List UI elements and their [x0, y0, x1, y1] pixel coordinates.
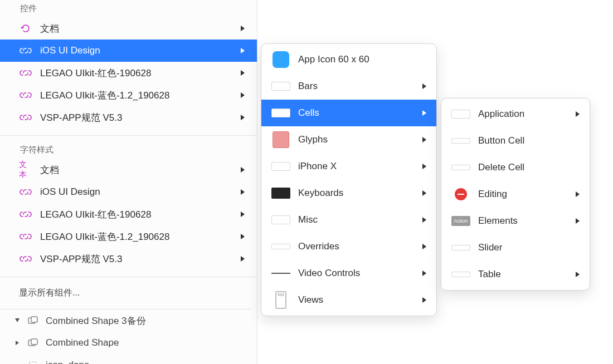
thumbnail-icon: [271, 105, 290, 121]
sidebar-item-label: LEGAO UIkit-蓝色-1.2_190628: [40, 230, 240, 243]
sidebar-item-label: LEGAO UIkit-红色-190628: [40, 67, 240, 80]
layer-row[interactable]: Combined Shape 3备份: [0, 309, 251, 332]
divider: [0, 135, 257, 136]
thumbnail-icon: [451, 160, 470, 175]
sidebar-item-legao-blue[interactable]: LEGAO UIkit-蓝色-1.2_190628: [0, 84, 257, 106]
reload-icon: [19, 23, 32, 34]
chevron-right-icon: [240, 233, 248, 240]
chevron-right-icon: [240, 189, 248, 195]
link-icon: [19, 188, 32, 196]
chevron-right-icon: [422, 190, 430, 196]
menu-item-label: Slider: [478, 242, 583, 253]
section-title-text-styles: 字符样式: [0, 141, 257, 159]
sidebar-item-vsp-app[interactable]: VSP-APP规范 V5.3: [0, 106, 257, 129]
divider: [0, 277, 257, 277]
sidebar-item-label: LEGAO UIkit-红色-190628: [40, 208, 240, 221]
menu-item-iphone-x[interactable]: iPhone X: [261, 153, 436, 180]
thumbnail-icon: [271, 265, 290, 281]
chevron-right-icon: [240, 92, 248, 99]
sidebar-item-vsp-app-2[interactable]: VSP-APP规范 V5.3: [0, 248, 257, 270]
sidebar-item-label: VSP-APP规范 V5.3: [40, 253, 240, 265]
thumbnail-icon: Action: [451, 213, 470, 229]
menu-item-button-cell[interactable]: Button Cell: [441, 127, 590, 154]
disclosure-triangle-icon[interactable]: [14, 340, 22, 346]
link-icon: [19, 210, 32, 219]
layer-label: Combined Shape 3备份: [46, 314, 146, 327]
menu-item-application[interactable]: Application: [441, 101, 590, 127]
disclosure-triangle-icon[interactable]: [14, 318, 22, 323]
chevron-right-icon: [240, 211, 248, 218]
chevron-right-icon: [240, 47, 248, 54]
menu-item-label: iPhone X: [298, 161, 422, 172]
chevron-right-icon: [575, 111, 583, 117]
text-style-icon: 文本: [19, 160, 32, 180]
menu-item-views[interactable]: Views: [261, 287, 436, 313]
menu-item-misc[interactable]: Misc: [261, 206, 436, 233]
menu-item-bars[interactable]: Bars: [261, 73, 436, 100]
svg-rect-4: [30, 362, 36, 364]
menu-item-label: Cells: [298, 107, 422, 119]
menu-item-label: Views: [298, 294, 422, 306]
submenu-cells: Application Button Cell Delete Cell Edit…: [441, 98, 590, 291]
sidebar-item-document-2[interactable]: 文本 文档: [0, 159, 257, 181]
sidebar-item-document[interactable]: 文档: [0, 17, 257, 40]
layers-list: Combined Shape 3备份 Combined Shape icon_d…: [0, 309, 251, 364]
chevron-right-icon: [240, 255, 248, 262]
menu-item-overrides[interactable]: Overrides: [261, 233, 436, 260]
thumbnail-icon: [271, 212, 290, 228]
thumbnail-icon: [271, 132, 290, 147]
sidebar-item-legao-red-2[interactable]: LEGAO UIkit-红色-190628: [0, 203, 257, 225]
sidebar-item-label: 文档: [40, 22, 240, 35]
link-icon: [19, 254, 32, 263]
chevron-right-icon: [422, 136, 430, 143]
sidebar-item-label: iOS UI Design: [40, 186, 240, 198]
sidebar-item-ios-ui-design-2[interactable]: iOS UI Design: [0, 181, 257, 203]
sidebar-item-label: 文档: [40, 164, 240, 176]
menu-item-label: Overrides: [298, 241, 422, 252]
layer-row[interactable]: icon_done: [0, 354, 251, 364]
sidebar-item-ios-ui-design[interactable]: iOS UI Design: [0, 40, 257, 62]
thumbnail-icon: [271, 185, 290, 201]
chevron-right-icon: [422, 270, 430, 277]
thumbnail-icon: [451, 186, 470, 202]
link-icon: [19, 68, 32, 77]
show-all-components-link[interactable]: 显示所有组件...: [0, 283, 257, 302]
menu-item-editing[interactable]: Editing: [441, 181, 590, 208]
thumbnail-icon: [271, 52, 290, 67]
menu-item-label: App Icon 60 x 60: [298, 54, 430, 65]
sidebar-item-legao-blue-2[interactable]: LEGAO UIkit-蓝色-1.2_190628: [0, 225, 257, 248]
link-icon: [19, 46, 32, 55]
menu-item-label: Bars: [298, 81, 422, 92]
chevron-right-icon: [422, 163, 430, 170]
menu-item-video-controls[interactable]: Video Controls: [261, 260, 436, 287]
chevron-right-icon: [422, 110, 430, 116]
svg-rect-1: [31, 317, 37, 322]
menu-item-label: Editing: [478, 189, 575, 200]
sidebar-item-label: VSP-APP规范 V5.3: [40, 111, 240, 124]
menu-item-label: Elements: [478, 215, 575, 227]
menu-item-label: Video Controls: [298, 268, 422, 279]
menu-item-cells[interactable]: Cells: [261, 100, 436, 126]
menu-item-label: Glyphs: [298, 134, 422, 145]
chevron-right-icon: [575, 191, 583, 198]
thumbnail-icon: [271, 239, 290, 254]
layer-row[interactable]: Combined Shape: [0, 332, 251, 354]
chevron-right-icon: [240, 166, 248, 173]
chevron-right-icon: [422, 217, 430, 223]
sidebar-item-label: iOS UI Design: [40, 45, 240, 56]
combined-shape-icon: [27, 316, 39, 325]
thumbnail-icon: [451, 133, 470, 149]
menu-item-delete-cell[interactable]: Delete Cell: [441, 154, 590, 181]
menu-item-table[interactable]: Table: [441, 261, 590, 288]
menu-item-app-icon[interactable]: App Icon 60 x 60: [261, 46, 436, 73]
section-title-controls: 控件: [0, 0, 257, 17]
menu-item-keyboards[interactable]: Keyboards: [261, 180, 436, 206]
menu-item-slider[interactable]: Slider: [441, 234, 590, 261]
svg-rect-3: [31, 339, 37, 345]
menu-item-elements[interactable]: Action Elements: [441, 208, 590, 234]
slice-icon: [27, 361, 39, 364]
link-icon: [19, 113, 32, 122]
sidebar-item-legao-red[interactable]: LEGAO UIkit-红色-190628: [0, 62, 257, 84]
menu-item-glyphs[interactable]: Glyphs: [261, 126, 436, 153]
layer-label: icon_done: [46, 360, 89, 364]
